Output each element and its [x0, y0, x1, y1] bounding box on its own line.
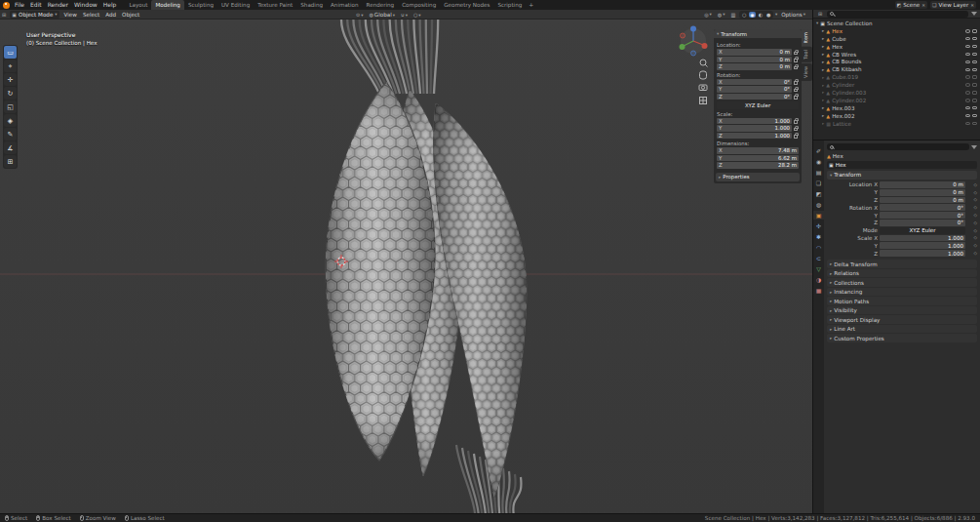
expand-icon[interactable]: ▸ — [822, 36, 824, 41]
decorate-icon[interactable]: ◇ — [967, 197, 977, 202]
section-instancing[interactable]: ▸Instancing — [827, 288, 977, 297]
properties-tab-texture[interactable]: ▦ — [813, 286, 824, 295]
decorate-icon[interactable]: ◇ — [967, 243, 977, 248]
orientation-selector[interactable]: ◍Global▾ — [367, 11, 396, 19]
snap-toggle[interactable]: ∪▾ — [399, 11, 410, 19]
blender-logo-icon[interactable] — [3, 2, 10, 9]
lock-icon[interactable] — [794, 81, 798, 85]
outliner-item-cb-kitbash[interactable]: ▸▲CB Kitbash — [813, 65, 980, 73]
expand-icon[interactable]: ▸ — [822, 52, 824, 57]
material-shading-icon[interactable]: ◐ — [757, 12, 764, 18]
workspace-tab-modeling[interactable]: Modeling — [151, 0, 183, 10]
unlink-scene-icon[interactable]: ✕ — [921, 3, 925, 8]
expand-icon[interactable]: ▸ — [822, 90, 824, 95]
npanel-tab-tool[interactable]: Tool — [802, 47, 812, 62]
npanel-rotation-y-field[interactable]: Y0° — [717, 86, 792, 93]
lock-icon[interactable] — [794, 128, 798, 132]
measure-tool[interactable]: ∡ — [4, 141, 17, 154]
hide-in-viewport-icon[interactable] — [965, 91, 970, 95]
workspace-tab-scripting[interactable]: Scripting — [493, 0, 526, 10]
gizmos-toggle[interactable]: ◎▾ — [702, 11, 714, 19]
properties-tab-material[interactable]: ◑ — [813, 275, 824, 284]
disable-in-renders-icon[interactable] — [972, 122, 977, 126]
properties-tab-tool[interactable]: ✐ — [813, 146, 824, 155]
properties-search[interactable] — [827, 143, 969, 150]
viewport-menu-add[interactable]: Add — [102, 12, 119, 18]
field-location-x[interactable]: 0 m — [880, 181, 965, 188]
npanel-rotation-z-field[interactable]: Z0° — [717, 94, 792, 100]
lock-icon[interactable] — [794, 66, 798, 70]
npanel-dimensions-y-field[interactable]: Y6.62 m — [717, 155, 799, 162]
section-relations[interactable]: ▸Relations — [827, 269, 977, 278]
3d-viewport[interactable]: User Perspective (0) Scene Collection | … — [0, 20, 812, 513]
axis-z-handle[interactable] — [690, 26, 696, 32]
display-mode-icon[interactable]: ⊞ — [816, 11, 824, 17]
hide-in-viewport-icon[interactable] — [965, 75, 970, 79]
lock-icon[interactable] — [794, 120, 798, 124]
properties-tab-output[interactable]: ▤ — [813, 168, 824, 177]
collapse-icon[interactable]: ▾ — [816, 20, 818, 25]
pan-hand-icon[interactable] — [700, 71, 707, 79]
field-scale-x[interactable]: 1.000 — [880, 235, 965, 242]
expand-icon[interactable]: ▸ — [822, 113, 824, 118]
outliner-item-hex[interactable]: ▸▲Hex — [813, 27, 980, 35]
workspace-tab-geometry-nodes[interactable]: Geometry Nodes — [440, 0, 493, 10]
transform-panel-header[interactable]: ▾ Transform — [827, 171, 977, 180]
workspace-tab-layout[interactable]: Layout — [125, 0, 151, 10]
solid-shading-icon[interactable]: ◉ — [749, 12, 756, 18]
options-dropdown[interactable]: Options▾ — [779, 11, 807, 19]
workspace-tab-shading[interactable]: Shading — [296, 0, 327, 10]
disable-in-renders-icon[interactable] — [972, 37, 977, 41]
outliner-item-cylinder[interactable]: ▸▲Cylinder — [813, 81, 980, 89]
viewport-menu-view[interactable]: View — [61, 12, 80, 18]
menu-help[interactable]: Help — [100, 0, 120, 10]
annotate-tool[interactable]: ✎ — [4, 128, 17, 141]
properties-tab-render[interactable]: ◉ — [813, 157, 824, 166]
properties-panel-header[interactable]: ▸ Properties — [716, 173, 800, 181]
disable-in-renders-icon[interactable] — [972, 29, 977, 33]
expand-icon[interactable]: ▸ — [822, 75, 824, 80]
npanel-dimensions-x-field[interactable]: X7.48 m — [717, 147, 799, 154]
field-y[interactable]: 1.000 — [880, 242, 965, 249]
disable-in-renders-icon[interactable] — [972, 106, 977, 110]
expand-icon[interactable]: ▸ — [822, 44, 824, 49]
xray-toggle-icon[interactable]: ▥ — [728, 12, 737, 18]
mode-selector[interactable]: ▣ Object Mode ▾ — [10, 11, 59, 19]
outliner-item-hex[interactable]: ▸▲Hex — [813, 43, 980, 51]
workspace-tab-compositing[interactable]: Compositing — [398, 0, 440, 10]
hide-in-viewport-icon[interactable] — [965, 106, 970, 110]
rendered-shading-icon[interactable]: ● — [765, 12, 772, 18]
select-box-tool[interactable]: ▭ — [4, 46, 17, 59]
hide-in-viewport-icon[interactable] — [965, 60, 970, 64]
disable-in-renders-icon[interactable] — [972, 83, 977, 87]
section-collections[interactable]: ▸Collections — [827, 278, 977, 287]
lock-icon[interactable] — [794, 135, 798, 139]
section-viewport-display[interactable]: ▸Viewport Display — [827, 315, 977, 324]
remove-view-layer-icon[interactable]: ✕ — [970, 3, 974, 8]
hide-in-viewport-icon[interactable] — [965, 122, 970, 126]
field-z[interactable]: 0 m — [880, 197, 965, 204]
axis-y-handle[interactable] — [680, 44, 686, 50]
hide-in-viewport-icon[interactable] — [965, 83, 970, 87]
section-motion-paths[interactable]: ▸Motion Paths — [827, 297, 977, 305]
menu-edit[interactable]: Edit — [27, 0, 45, 10]
axis-neg-z-handle[interactable] — [691, 51, 696, 56]
lock-icon[interactable] — [794, 59, 798, 62]
hide-in-viewport-icon[interactable] — [965, 68, 970, 72]
decorate-icon[interactable]: ◇ — [967, 190, 977, 195]
overlays-toggle[interactable]: ◍▾ — [716, 11, 727, 19]
zoom-icon[interactable] — [700, 60, 708, 67]
chevron-down-icon[interactable]: ▾ — [775, 12, 777, 17]
npanel-tab-view[interactable]: View — [802, 63, 812, 81]
workspace-tab-sculpting[interactable]: Sculpting — [184, 0, 217, 10]
view-layer-selector[interactable]: ❏ View Layer ✕ — [930, 1, 976, 9]
filter-icon[interactable] — [971, 145, 977, 149]
axis-x-handle[interactable] — [702, 43, 708, 49]
outliner-item-cb-bounds[interactable]: ▸▲CB Bounds — [813, 58, 980, 65]
npanel-scale-z-field[interactable]: Z1.000 — [717, 133, 792, 140]
viewport-menu-select[interactable]: Select — [80, 12, 102, 18]
workspace-tab-rendering[interactable]: Rendering — [363, 0, 399, 10]
rotate-tool[interactable]: ↻ — [4, 87, 17, 100]
outliner-item-cube[interactable]: ▸▲Cube — [813, 35, 980, 43]
rotation-mode-select[interactable]: XYZ Euler — [717, 101, 799, 109]
